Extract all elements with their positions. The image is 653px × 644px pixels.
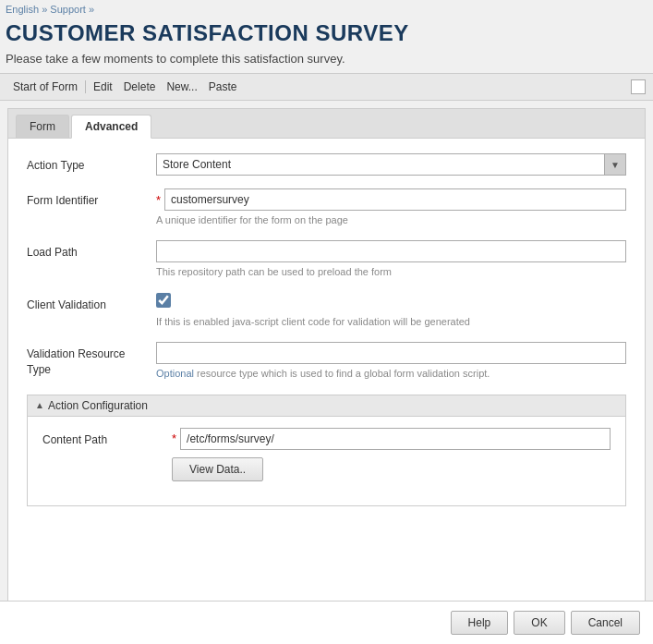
action-config-header[interactable]: ▲ Action Configuration bbox=[28, 395, 625, 417]
action-config-label: Action Configuration bbox=[48, 399, 148, 412]
validation-resource-hint-optional: Optional bbox=[156, 368, 194, 379]
validation-resource-hint-text: resource type which is used to find a gl… bbox=[194, 368, 490, 379]
validation-resource-label-text: Validation ResourceType bbox=[27, 347, 126, 376]
action-config-content: Content Path * View Data.. bbox=[28, 417, 625, 505]
action-config-section: ▲ Action Configuration Content Path * bbox=[27, 395, 626, 506]
tab-form[interactable]: Form bbox=[16, 115, 69, 138]
action-type-select-wrapper: Store Content Forward Script ▼ bbox=[156, 153, 626, 176]
page-description: Please take a few moments to complete th… bbox=[0, 52, 653, 73]
form-identifier-control: * A unique identifier for the form on th… bbox=[156, 188, 626, 227]
validation-resource-label: Validation ResourceType bbox=[27, 342, 156, 378]
breadcrumb-support[interactable]: Support bbox=[50, 4, 86, 15]
client-validation-control: If this is enabled java-script client co… bbox=[156, 293, 626, 329]
cancel-button[interactable]: Cancel bbox=[571, 611, 640, 635]
form-identifier-input[interactable] bbox=[164, 188, 626, 211]
collapse-icon: ▲ bbox=[35, 400, 44, 410]
action-type-row: Action Type Store Content Forward Script… bbox=[27, 153, 626, 176]
toolbar: Start of Form Edit Delete New... Paste bbox=[0, 73, 653, 101]
content-path-label: Content Path bbox=[42, 428, 172, 448]
view-data-button[interactable]: View Data.. bbox=[172, 457, 263, 481]
content-path-control: * View Data.. bbox=[172, 428, 611, 481]
content-path-required: * bbox=[172, 431, 176, 445]
form-identifier-row: Form Identifier * A unique identifier fo… bbox=[27, 188, 626, 227]
content-path-row: Content Path * View Data.. bbox=[42, 428, 611, 481]
load-path-row: Load Path This repository path can be us… bbox=[27, 240, 626, 279]
validation-resource-hint: Optional resource type which is used to … bbox=[156, 367, 626, 381]
form-identifier-hint: A unique identifier for the form on the … bbox=[156, 213, 626, 227]
load-path-input[interactable] bbox=[156, 240, 626, 262]
page-title: CUSTOMER SATISFACTION SURVEY bbox=[0, 17, 653, 52]
help-button[interactable]: Help bbox=[451, 611, 509, 635]
breadcrumb-sep1: » bbox=[42, 4, 50, 15]
toolbar-paste[interactable]: Paste bbox=[203, 79, 243, 95]
client-validation-row: Client Validation If this is enabled jav… bbox=[27, 293, 626, 329]
validation-resource-control: Optional resource type which is used to … bbox=[156, 342, 626, 381]
load-path-label: Load Path bbox=[27, 240, 156, 261]
action-type-label: Action Type bbox=[27, 153, 156, 174]
bottom-bar: Help OK Cancel bbox=[0, 601, 653, 644]
load-path-control: This repository path can be used to prel… bbox=[156, 240, 626, 279]
client-validation-label: Client Validation bbox=[27, 293, 156, 313]
action-type-select[interactable]: Store Content Forward Script bbox=[156, 153, 626, 176]
toolbar-start-of-form[interactable]: Start of Form bbox=[7, 79, 83, 95]
client-validation-checkbox[interactable] bbox=[156, 293, 171, 308]
ok-button[interactable]: OK bbox=[514, 611, 564, 635]
main-panel: Form Advanced Action Type Store Content … bbox=[7, 108, 646, 626]
tabs-bar: Form Advanced bbox=[8, 109, 645, 139]
content-path-input[interactable] bbox=[180, 428, 611, 450]
toolbar-delete[interactable]: Delete bbox=[118, 79, 162, 95]
toolbar-new[interactable]: New... bbox=[161, 79, 202, 95]
form-identifier-label: Form Identifier bbox=[27, 188, 156, 209]
toolbar-separator-1 bbox=[85, 80, 86, 93]
breadcrumb-english[interactable]: English bbox=[6, 4, 39, 15]
tab-content-advanced: Action Type Store Content Forward Script… bbox=[8, 139, 645, 534]
toolbar-checkbox[interactable] bbox=[631, 79, 646, 94]
action-type-control: Store Content Forward Script ▼ bbox=[156, 153, 626, 176]
breadcrumb-sep2: » bbox=[89, 4, 94, 15]
load-path-hint: This repository path can be used to prel… bbox=[156, 265, 626, 279]
form-identifier-label-text: Form Identifier bbox=[27, 194, 98, 207]
form-identifier-required: * bbox=[156, 193, 161, 207]
client-validation-hint: If this is enabled java-script client co… bbox=[156, 315, 626, 329]
validation-resource-input[interactable] bbox=[156, 342, 626, 364]
toolbar-edit[interactable]: Edit bbox=[88, 79, 118, 95]
breadcrumb: English » Support » bbox=[0, 0, 653, 17]
tab-advanced[interactable]: Advanced bbox=[71, 115, 151, 139]
validation-resource-row: Validation ResourceType Optional resourc… bbox=[27, 342, 626, 381]
